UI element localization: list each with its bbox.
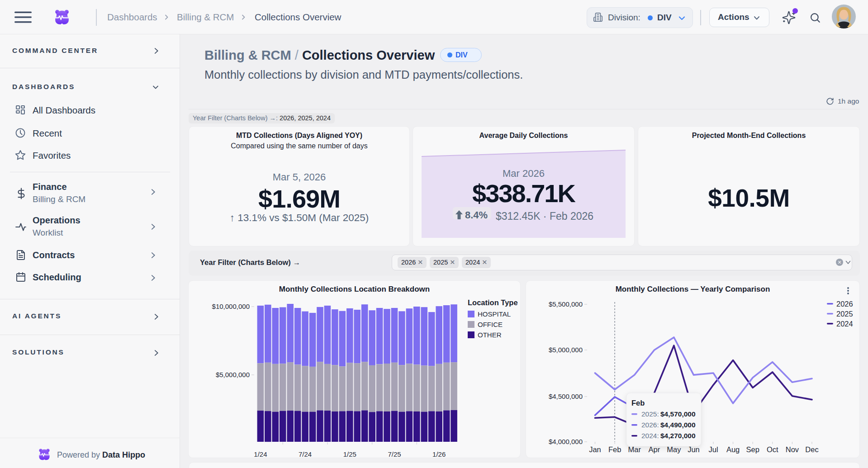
svg-text:$4,570,000: $4,570,000 — [660, 410, 696, 418]
svg-text:Dec: Dec — [805, 445, 818, 454]
svg-text:$5,000,000: $5,000,000 — [549, 346, 583, 354]
svg-text:$5,000,000: $5,000,000 — [216, 371, 250, 378]
svg-text:2026:: 2026: — [641, 421, 659, 429]
svg-text:1/25: 1/25 — [343, 450, 356, 458]
svg-text:Mar: Mar — [628, 445, 641, 454]
svg-text:7/24: 7/24 — [299, 450, 312, 458]
svg-text:7/25: 7/25 — [388, 450, 401, 458]
svg-text:Jun: Jun — [688, 445, 700, 454]
svg-text:Sep: Sep — [746, 445, 759, 454]
svg-text:2024:: 2024: — [641, 432, 659, 440]
svg-text:$4,500,000: $4,500,000 — [549, 392, 583, 400]
svg-text:2025:: 2025: — [641, 410, 659, 418]
svg-text:Feb: Feb — [631, 399, 645, 407]
svg-text:Apr: Apr — [648, 445, 660, 454]
svg-text:HOSPITAL: HOSPITAL — [478, 310, 511, 318]
svg-text:$4,490,000: $4,490,000 — [660, 421, 696, 429]
svg-text:2026: 2026 — [836, 300, 853, 308]
svg-text:Jul: Jul — [708, 445, 718, 454]
svg-text:Oct: Oct — [767, 445, 778, 454]
svg-text:OFFICE: OFFICE — [478, 321, 503, 328]
svg-text:1/26: 1/26 — [432, 450, 446, 458]
svg-text:$4,270,000: $4,270,000 — [660, 432, 696, 440]
svg-text:$4,000,000: $4,000,000 — [549, 438, 583, 445]
svg-text:OTHER: OTHER — [478, 331, 502, 339]
svg-text:Location Type: Location Type — [468, 298, 518, 307]
svg-text:2024: 2024 — [836, 320, 853, 328]
svg-text:Nov: Nov — [786, 445, 799, 454]
svg-text:Jan: Jan — [589, 445, 601, 454]
svg-text:Feb: Feb — [608, 445, 621, 454]
svg-text:May: May — [667, 445, 681, 454]
svg-text:2025: 2025 — [836, 310, 853, 318]
svg-text:1/24: 1/24 — [254, 450, 267, 458]
svg-text:Aug: Aug — [726, 445, 740, 454]
svg-text:$5,500,000: $5,500,000 — [549, 300, 583, 308]
svg-text:$10,000,000: $10,000,000 — [212, 303, 250, 310]
